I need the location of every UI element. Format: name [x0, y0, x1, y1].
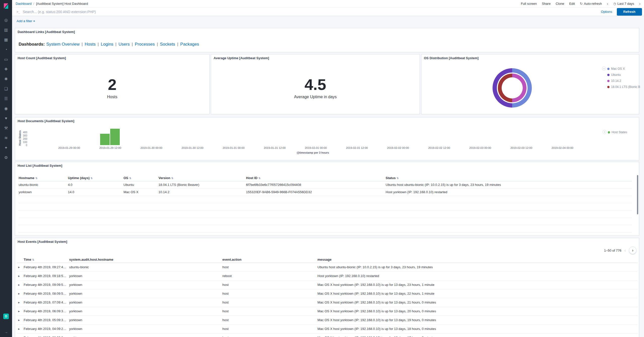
legend-item[interactable]: Ubuntu	[607, 73, 640, 77]
uptime-icon[interactable]: ♥	[4, 116, 9, 121]
expand-row-icon[interactable]: ▶	[17, 289, 24, 298]
table-cell: Ubuntu	[124, 181, 158, 189]
expand-row-icon[interactable]: ▶	[17, 263, 24, 272]
host-event-row[interactable]: ▶February 4th 2019, 09:27:46.040ubuntu-b…	[17, 263, 637, 272]
time-prev-button[interactable]: ‹	[607, 2, 608, 5]
timelion-icon[interactable]: ◔	[4, 47, 9, 52]
table-cell	[386, 211, 632, 218]
dashboard-link-sockets[interactable]: Sockets	[160, 42, 175, 47]
legend-item[interactable]: Host States	[608, 130, 627, 134]
search-input[interactable]	[23, 10, 601, 14]
expand-row-icon[interactable]: ▶	[17, 272, 24, 281]
host-list-row[interactable]: ubuntu-bionic4.0Ubuntu18.04.1 LTS (Bioni…	[19, 181, 632, 189]
dashboard-link-hosts[interactable]: Hosts	[85, 42, 96, 47]
full-screen-button[interactable]: Full screen	[521, 2, 537, 6]
graph-icon[interactable]: ✦	[4, 145, 9, 150]
host-event-row[interactable]: ▶February 4th 2019, 09:09:51.049yorktown…	[17, 281, 637, 289]
legend-item[interactable]: 10.14.2	[607, 79, 640, 83]
dev-tools-icon[interactable]: ⚒	[4, 126, 9, 131]
legend-toggle-icon[interactable]: «	[602, 130, 607, 134]
table-cell	[68, 196, 124, 203]
nav-collapse-icon[interactable]: →	[4, 330, 8, 334]
dashboard-link-packages[interactable]: Packages	[180, 42, 199, 47]
query-options-link[interactable]: Options	[601, 10, 612, 14]
logs-icon[interactable]: ☰	[4, 96, 9, 101]
dashboard-icon[interactable]: ▦	[4, 37, 9, 42]
legend-item[interactable]: 18.04.1 LTS (Bionic B...	[607, 85, 640, 89]
host-event-row[interactable]: ▶February 4th 2019, 03:09:20.765yorktown…	[17, 333, 637, 337]
host-event-row[interactable]: ▶February 4th 2019, 06:09:30.907yorktown…	[17, 307, 637, 316]
host-events-table: Time⇅system.audit.host.hostnameevent.act…	[17, 257, 637, 337]
edit-button[interactable]: Edit	[569, 2, 575, 6]
column-header[interactable]: Host ID⇅	[246, 175, 386, 181]
dashboards-label: Dashboards:	[19, 42, 45, 47]
scrollbar-thumb[interactable]	[637, 175, 638, 214]
expand-row-icon[interactable]: ▶	[17, 333, 24, 337]
clone-button[interactable]: Clone	[556, 2, 564, 6]
machine-learning-icon[interactable]: ✱	[4, 77, 9, 82]
column-header[interactable]: Time⇅	[24, 257, 69, 263]
column-header[interactable]: event.action	[222, 257, 317, 263]
column-header[interactable]: Hostname⇅	[19, 175, 68, 181]
dashboard-link-logins[interactable]: Logins	[101, 42, 113, 47]
share-button[interactable]: Share	[542, 2, 551, 6]
time-range-button[interactable]: ◷ Last 7 days	[613, 2, 634, 6]
chart-bar[interactable]	[110, 129, 120, 145]
expand-row-icon[interactable]: ▶	[17, 316, 24, 325]
column-header[interactable]: message	[317, 257, 637, 263]
canvas-icon[interactable]: ▭	[4, 57, 9, 62]
auto-refresh-button[interactable]: ↻ Auto-refresh	[580, 2, 602, 6]
os-distribution-legend: « Mac OS XUbuntu10.14.218.04.1 LTS (Bion…	[602, 66, 640, 89]
donut-outer-ring[interactable]	[493, 68, 532, 108]
column-header[interactable]: OS⇅	[124, 175, 158, 181]
maps-icon[interactable]: ❖	[4, 67, 9, 72]
host-event-row[interactable]: ▶February 4th 2019, 04:09:20.814yorktown…	[17, 325, 637, 333]
table-cell	[124, 225, 158, 232]
discover-icon[interactable]: ◎	[4, 18, 9, 23]
monitoring-icon[interactable]: ≋	[4, 136, 9, 141]
column-header[interactable]: Uptime (days)⇅	[68, 175, 124, 181]
legend-item[interactable]: Mac OS X	[607, 67, 640, 71]
pagination-prev-button[interactable]: ‹	[624, 248, 626, 253]
infrastructure-icon[interactable]: ❏	[4, 86, 9, 91]
link-separator: |	[82, 42, 83, 47]
breadcrumb-dashboard[interactable]: Dashboard	[16, 2, 32, 6]
expand-row-icon[interactable]: ▶	[17, 281, 24, 289]
column-header[interactable]: Status⇅	[386, 175, 632, 181]
apm-icon[interactable]: ◉	[4, 106, 9, 111]
expand-row-icon[interactable]: ▶	[17, 325, 24, 333]
column-header-label: message	[317, 258, 332, 261]
breadcrumb-current: [Auditbeat System] Host Dashboard	[36, 2, 88, 6]
donut-inner-ring[interactable]	[498, 74, 527, 102]
table-cell: host	[222, 316, 317, 325]
pagination-next-button[interactable]: ›	[629, 247, 636, 254]
panel-title: Host List [Auditbeat System]	[15, 162, 639, 169]
management-icon[interactable]: ⚙	[4, 155, 9, 160]
host-event-row[interactable]: ▶February 4th 2019, 07:09:40.955yorktown…	[17, 298, 637, 307]
dashboard-link-system-overview[interactable]: System Overview	[46, 42, 79, 47]
dashboard-link-users[interactable]: Users	[118, 42, 130, 47]
host-event-row[interactable]: ▶February 4th 2019, 05:09:30.860yorktown…	[17, 316, 637, 325]
legend-label: Ubuntu	[611, 73, 621, 77]
legend-toggle-icon[interactable]: «	[602, 66, 606, 71]
visualize-icon[interactable]: ▥	[4, 27, 9, 32]
kibana-logo[interactable]	[0, 0, 12, 12]
panel-host-events: Host Events [Auditbeat System] 1–50 of 7…	[15, 238, 639, 337]
column-header[interactable]: Version⇅	[158, 175, 246, 181]
host-event-row[interactable]: ▶February 4th 2019, 08:09:51.000yorktown…	[17, 289, 637, 298]
time-next-button[interactable]: ›	[639, 2, 640, 5]
table-cell: Mac OS X	[124, 189, 158, 196]
host-list-row[interactable]: yorktown14.0Mac OS X10.14.2155320EF-9AB6…	[19, 189, 632, 196]
expand-row-icon[interactable]: ▶	[17, 298, 24, 307]
host-event-row[interactable]: ▶February 4th 2019, 09:18:51.043yorktown…	[17, 272, 637, 281]
add-filter-button[interactable]: Add a filter +	[17, 19, 35, 23]
table-cell: yorktown	[69, 307, 222, 316]
refresh-button[interactable]: Refresh	[617, 8, 642, 16]
column-header[interactable]: system.audit.host.hostname	[69, 257, 222, 263]
table-cell: yorktown	[19, 189, 68, 196]
expand-row-icon[interactable]: ▶	[17, 307, 24, 316]
dashboard-link-processes[interactable]: Processes	[135, 42, 155, 47]
space-avatar[interactable]: D	[3, 314, 9, 319]
table-cell: yorktown	[69, 325, 222, 333]
chart-bar[interactable]	[100, 134, 110, 145]
